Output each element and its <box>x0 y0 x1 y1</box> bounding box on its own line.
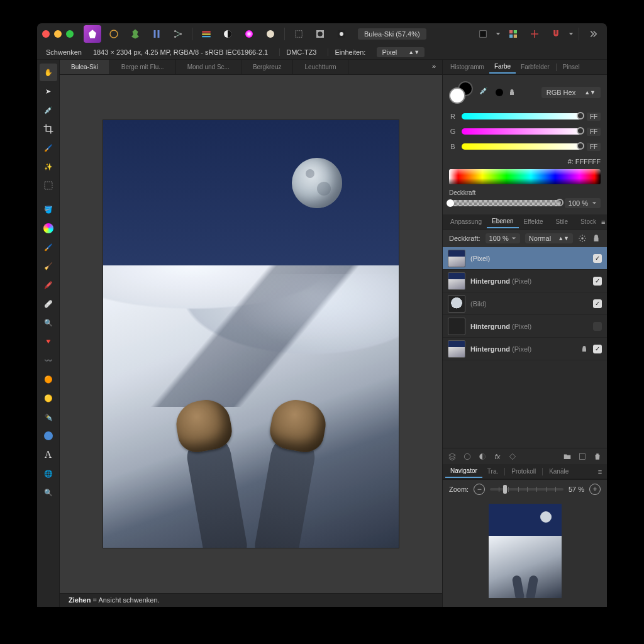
visibility-checkbox[interactable]: ✓ <box>593 277 602 286</box>
tab-swatches[interactable]: Farbfelder <box>516 61 555 73</box>
tab-history[interactable]: Protokoll <box>506 465 541 477</box>
blur-tool[interactable]: 🟠 <box>40 370 57 388</box>
g-slider[interactable]: GFF <box>449 125 601 138</box>
move-tool[interactable]: ➤ <box>40 82 57 100</box>
pan-tool[interactable]: ✋ <box>40 64 57 81</box>
flood-fill-tool[interactable]: 🪣 <box>40 201 57 218</box>
tab-stock[interactable]: Stock <box>575 216 601 228</box>
document-tab[interactable]: Bulea-Ski <box>60 60 110 74</box>
mask-layer-icon[interactable] <box>463 452 472 461</box>
sharpen-tool[interactable]: 🟡 <box>40 389 57 407</box>
magic-wand-tool[interactable]: ✨ <box>40 158 57 175</box>
r-slider[interactable]: RFF <box>449 110 601 123</box>
fg-bg-swatch[interactable] <box>449 81 474 104</box>
chevron-down-icon[interactable] <box>569 31 574 36</box>
persona-develop-icon[interactable] <box>148 25 165 43</box>
zoom-in-button[interactable]: + <box>589 484 601 495</box>
recent-color-icon[interactable] <box>496 89 503 96</box>
minimize-button[interactable] <box>54 30 62 38</box>
layers-icon[interactable] <box>448 452 457 461</box>
adjustment-icon[interactable] <box>478 452 487 461</box>
swatch-icon[interactable] <box>474 25 492 43</box>
mask-icon[interactable] <box>311 25 329 43</box>
lock-icon[interactable] <box>580 345 588 353</box>
color-wheel-icon[interactable] <box>240 25 258 43</box>
b-slider[interactable]: BFF <box>449 140 601 153</box>
gradient-tool[interactable] <box>40 219 57 237</box>
opacity-value[interactable]: 100 % <box>565 198 601 208</box>
maximize-button[interactable] <box>66 30 74 38</box>
units-dropdown[interactable]: Pixel ▲▼ <box>377 47 425 57</box>
marquee-tool[interactable] <box>40 177 57 194</box>
document-tab[interactable]: Berge mit Flu... <box>110 60 176 74</box>
layer-row[interactable]: (Pixel)✓ <box>443 247 607 270</box>
visibility-checkbox[interactable]: ✓ <box>593 345 602 353</box>
shape-tool[interactable] <box>40 427 57 445</box>
contrast-icon[interactable] <box>219 25 236 43</box>
overflow-icon[interactable] <box>584 25 602 43</box>
lock-icon[interactable] <box>592 234 601 243</box>
panel-menu-icon[interactable]: ≡ <box>601 218 605 226</box>
tab-styles[interactable]: Stile <box>550 216 572 228</box>
visibility-checkbox[interactable]: ✓ <box>593 299 602 308</box>
crop-layer-icon[interactable] <box>508 452 517 461</box>
persona-export-icon[interactable] <box>169 25 187 43</box>
soft-proof-icon[interactable] <box>262 25 279 43</box>
group-icon[interactable] <box>563 452 572 461</box>
tab-brushes[interactable]: Pinsel <box>558 61 585 73</box>
crop-tool[interactable] <box>40 120 57 138</box>
tabs-overflow-icon[interactable]: » <box>426 60 442 74</box>
canvas[interactable] <box>103 120 399 548</box>
lock-icon[interactable] <box>508 89 516 96</box>
quick-mask-icon[interactable] <box>333 25 350 43</box>
document-tab[interactable]: Mond und Sc... <box>176 60 242 74</box>
clone-tool[interactable]: 🖍️ <box>40 276 57 294</box>
layer-row[interactable]: Hintergrund (Pixel)✓ <box>443 338 607 360</box>
document-tab[interactable]: Leuchtturm <box>293 60 348 74</box>
tab-histogram[interactable]: Histogramm <box>445 61 489 73</box>
zoom-out-button[interactable]: − <box>474 484 485 495</box>
tab-navigator[interactable]: Navigator <box>445 465 482 478</box>
pen-tool[interactable]: ✒️ <box>40 408 57 426</box>
add-layer-icon[interactable] <box>578 452 587 461</box>
tab-color[interactable]: Farbe <box>489 60 516 74</box>
paint-brush-tool[interactable]: 🖌️ <box>40 238 57 256</box>
selection-marquee-icon[interactable] <box>290 25 308 43</box>
smudge-tool[interactable]: 〰️ <box>40 352 57 369</box>
opacity-slider[interactable] <box>449 200 561 206</box>
tab-channels[interactable]: Kanäle <box>544 465 574 477</box>
gear-icon[interactable] <box>578 234 587 243</box>
heal-tool[interactable]: 🩹 <box>40 295 57 313</box>
snapping-icon[interactable] <box>526 25 543 43</box>
canvas-viewport[interactable] <box>60 75 442 593</box>
zoom-tool[interactable]: 🔍 <box>40 484 57 501</box>
eyedropper-icon[interactable]: 💉 <box>479 87 491 98</box>
panel-menu-icon[interactable]: ≡ <box>596 467 604 476</box>
tab-adjustments[interactable]: Anpassung <box>445 216 487 228</box>
fx-icon[interactable]: fx <box>493 452 502 461</box>
magnet-icon[interactable] <box>547 25 565 43</box>
erase-tool[interactable]: 🧹 <box>40 257 57 275</box>
dodge-tool[interactable]: 🔍 <box>40 314 57 331</box>
layer-row[interactable]: (Bild)✓ <box>443 292 607 315</box>
mesh-warp-tool[interactable]: 🌐 <box>40 465 57 482</box>
color-picker-tool[interactable]: 💉 <box>40 101 57 119</box>
visibility-checkbox[interactable]: ✓ <box>593 254 602 263</box>
tab-effects[interactable]: Effekte <box>519 216 548 228</box>
layer-opacity-dropdown[interactable]: 100 % <box>486 233 520 243</box>
close-button[interactable] <box>42 30 50 38</box>
persona-liquify-icon[interactable] <box>126 25 144 43</box>
color-spectrum[interactable] <box>449 169 601 184</box>
grid-icon[interactable] <box>504 25 522 43</box>
chevron-down-icon[interactable] <box>496 31 501 36</box>
delete-layer-icon[interactable] <box>593 452 602 461</box>
tab-layers[interactable]: Ebenen <box>487 215 518 228</box>
navigator-thumbnail[interactable] <box>489 504 562 598</box>
blend-mode-dropdown[interactable]: Normal▲▼ <box>525 233 573 243</box>
visibility-checkbox[interactable] <box>593 322 602 331</box>
layer-row[interactable]: Hintergrund (Pixel)✓ <box>443 270 607 292</box>
document-tab[interactable]: Bergkreuz <box>242 60 294 74</box>
text-tool[interactable]: A <box>40 446 57 464</box>
arrange-icon[interactable] <box>197 25 215 43</box>
color-mode-dropdown[interactable]: RGB Hex▲▼ <box>541 87 601 98</box>
